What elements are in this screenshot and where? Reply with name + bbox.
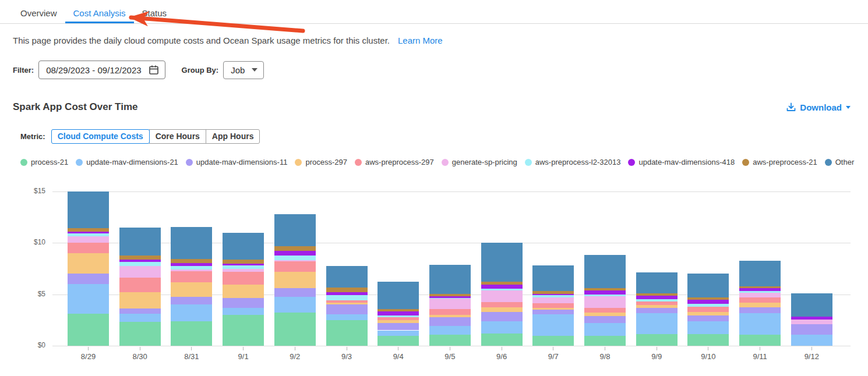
bar-segment[interactable] xyxy=(739,335,781,346)
bar-segment[interactable] xyxy=(739,303,781,307)
bar-segment[interactable] xyxy=(326,295,368,300)
legend-item[interactable]: process-297 xyxy=(295,158,347,166)
legend-item[interactable]: update-mav-dimensions-11 xyxy=(186,158,288,166)
bar-segment[interactable] xyxy=(223,233,264,260)
bar-segment[interactable] xyxy=(687,297,729,300)
bar-segment[interactable] xyxy=(68,314,109,346)
date-range-picker[interactable]: 08/29/2023 - 09/12/2023 xyxy=(38,61,165,79)
bar-segment[interactable] xyxy=(274,313,316,346)
bar-segment[interactable] xyxy=(481,312,523,322)
bar-segment[interactable] xyxy=(429,315,471,317)
bar-segment[interactable] xyxy=(171,227,212,259)
bar-segment[interactable] xyxy=(377,320,419,323)
bar-segment[interactable] xyxy=(377,315,419,317)
bar-segment[interactable] xyxy=(119,262,161,266)
bar-segment[interactable] xyxy=(223,264,264,266)
bar-segment[interactable] xyxy=(68,243,109,253)
legend-item[interactable]: generate-sp-pricing xyxy=(442,158,517,166)
bar-segment[interactable] xyxy=(223,269,264,271)
bar-segment[interactable] xyxy=(223,315,264,346)
group-by-select[interactable]: Job xyxy=(223,61,264,79)
bar-segment[interactable] xyxy=(481,307,523,312)
tab-status[interactable]: Status xyxy=(134,0,175,23)
bar-segment[interactable] xyxy=(584,336,626,346)
bar-segment[interactable] xyxy=(532,294,574,296)
bar-segment[interactable] xyxy=(429,299,471,310)
bar-segment[interactable] xyxy=(68,228,109,232)
bar-segment[interactable] xyxy=(274,260,316,261)
bar-segment[interactable] xyxy=(171,266,212,269)
bar-segment[interactable] xyxy=(532,308,574,310)
legend-item[interactable]: aws-preprocess-297 xyxy=(355,158,434,166)
bar-segment[interactable] xyxy=(377,309,419,311)
bar-segment[interactable] xyxy=(377,311,419,315)
bar-segment[interactable] xyxy=(532,295,574,297)
bar-segment[interactable] xyxy=(584,316,626,323)
bar-segment[interactable] xyxy=(687,334,729,346)
bar-segment[interactable] xyxy=(68,191,109,228)
bar-segment[interactable] xyxy=(636,313,678,334)
bar-segment[interactable] xyxy=(584,255,626,288)
bar-segment[interactable] xyxy=(274,214,316,246)
legend-item[interactable]: aws-preprocess-l2-32013 xyxy=(525,158,621,166)
bar-segment[interactable] xyxy=(532,314,574,336)
bar-segment[interactable] xyxy=(377,282,419,309)
bar-segment[interactable] xyxy=(481,321,523,333)
bar-segment[interactable] xyxy=(739,293,781,297)
bar-segment[interactable] xyxy=(429,309,471,315)
bar-segment[interactable] xyxy=(429,265,471,293)
bar-segment[interactable] xyxy=(68,253,109,274)
bar-segment[interactable] xyxy=(481,289,523,290)
bar-segment[interactable] xyxy=(326,320,368,346)
tab-overview[interactable]: Overview xyxy=(12,0,65,23)
bar-segment[interactable] xyxy=(739,313,781,335)
bar-segment[interactable] xyxy=(119,314,161,322)
tab-cost-analysis[interactable]: Cost Analysis xyxy=(65,0,134,23)
bar-segment[interactable] xyxy=(68,284,109,314)
bar-segment[interactable] xyxy=(119,228,161,256)
bar-segment[interactable] xyxy=(326,303,368,305)
bar-segment[interactable] xyxy=(326,300,368,303)
bar-segment[interactable] xyxy=(584,295,626,297)
bar-segment[interactable] xyxy=(119,256,161,260)
bar-segment[interactable] xyxy=(119,278,161,293)
bar-segment[interactable] xyxy=(171,282,212,297)
legend-item[interactable]: process-21 xyxy=(20,158,68,166)
bar-segment[interactable] xyxy=(481,334,523,346)
bar-segment[interactable] xyxy=(636,334,678,346)
bar-segment[interactable] xyxy=(377,336,419,346)
bar-segment[interactable] xyxy=(791,293,832,317)
bar-segment[interactable] xyxy=(481,243,523,282)
bar-segment[interactable] xyxy=(171,269,212,271)
bar-segment[interactable] xyxy=(532,291,574,293)
legend-item[interactable]: update-mav-dimensions-21 xyxy=(76,158,178,166)
bar-segment[interactable] xyxy=(687,315,729,321)
bar-segment[interactable] xyxy=(68,232,109,233)
bar-segment[interactable] xyxy=(636,305,678,307)
bar-segment[interactable] xyxy=(68,274,109,284)
bar-segment[interactable] xyxy=(68,236,109,243)
bar-segment[interactable] xyxy=(687,300,729,304)
bar-segment[interactable] xyxy=(377,317,419,320)
bar-segment[interactable] xyxy=(326,266,368,288)
bar-segment[interactable] xyxy=(791,317,832,320)
bar-segment[interactable] xyxy=(636,299,678,301)
bar-segment[interactable] xyxy=(171,321,212,346)
bar-segment[interactable] xyxy=(68,233,109,236)
bar-segment[interactable] xyxy=(274,261,316,272)
bar-segment[interactable] xyxy=(223,308,264,315)
bar-segment[interactable] xyxy=(687,312,729,315)
bar-segment[interactable] xyxy=(223,260,264,264)
bar-segment[interactable] xyxy=(739,307,781,314)
bar-segment[interactable] xyxy=(326,304,368,314)
bar-segment[interactable] xyxy=(739,261,781,286)
bar-segment[interactable] xyxy=(636,308,678,314)
bar-segment[interactable] xyxy=(532,297,574,303)
bar-segment[interactable] xyxy=(274,288,316,297)
bar-segment[interactable] xyxy=(584,308,626,313)
bar-segment[interactable] xyxy=(119,322,161,346)
bar-segment[interactable] xyxy=(429,317,471,327)
bar-segment[interactable] xyxy=(636,296,678,299)
bar-segment[interactable] xyxy=(171,297,212,304)
bar-segment[interactable] xyxy=(739,297,781,303)
